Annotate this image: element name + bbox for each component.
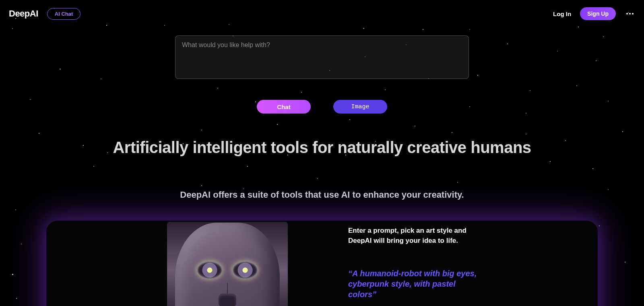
more-icon[interactable] <box>625 11 635 16</box>
login-link[interactable]: Log In <box>553 10 571 17</box>
robot-image <box>167 222 288 306</box>
signup-button[interactable]: Sign Up <box>580 7 616 20</box>
ai-chat-button[interactable]: AI Chat <box>47 8 81 20</box>
tagline: Artificially intelligent tools for natur… <box>113 139 531 157</box>
subhead: DeepAI offers a suite of tools that use … <box>180 190 464 200</box>
logo[interactable]: DeepAI <box>9 8 38 19</box>
header: DeepAI AI Chat Log In Sign Up <box>0 0 644 27</box>
feature-section: Enter a prompt, pick an art style and De… <box>46 222 598 306</box>
image-button[interactable]: Image <box>333 100 387 114</box>
feature-quote: “A humanoid-robot with big eyes, cyberpu… <box>348 268 485 300</box>
feature-description: Enter a prompt, pick an art style and De… <box>348 226 485 246</box>
prompt-input[interactable] <box>175 35 469 79</box>
action-row: Chat Image <box>257 100 387 114</box>
chat-button[interactable]: Chat <box>257 100 311 114</box>
